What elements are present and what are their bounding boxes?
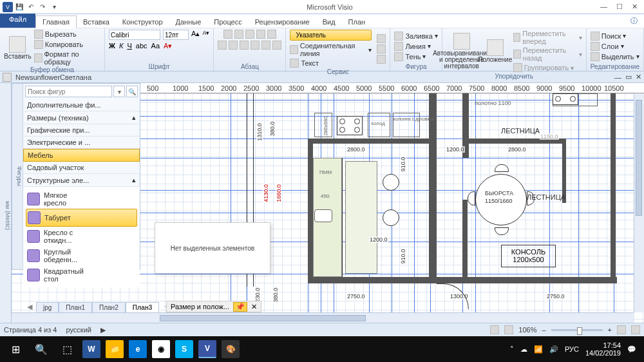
start-button[interactable]: ⊞	[3, 336, 28, 362]
macro-status-icon[interactable]: ▶	[100, 326, 106, 334]
position-button[interactable]: Положение	[480, 39, 511, 63]
tab-review[interactable]: Рецензирование	[249, 16, 316, 28]
horizontal-scrollbar[interactable]	[12, 312, 634, 323]
font-color-button[interactable]: A▾	[164, 42, 172, 50]
search-icon[interactable]: 🔍	[126, 86, 138, 97]
maximize-button[interactable]: ☐	[616, 3, 623, 11]
close-button[interactable]: ✕	[632, 3, 638, 11]
window-min-icon[interactable]: —	[614, 73, 621, 81]
prev-page-icon[interactable]: ◀	[23, 301, 36, 312]
indent-inc-icon[interactable]	[272, 41, 281, 50]
taskbar-chrome-icon[interactable]: ◉	[152, 340, 170, 358]
align-middle-icon[interactable]	[234, 30, 243, 39]
shape-category[interactable]: Графические при...	[23, 124, 140, 137]
shape-item[interactable]: Кресло соткидн...	[26, 227, 137, 246]
text-case-button[interactable]: Aa	[151, 42, 160, 50]
taskbar-word-icon[interactable]: W	[82, 340, 100, 358]
rect-tool-icon[interactable]	[377, 34, 386, 43]
shadow-button[interactable]: Тень ▾	[394, 52, 437, 61]
autoalign-button[interactable]: Автовыравнивание и определение интервало…	[446, 33, 477, 70]
taskbar-explorer-icon[interactable]: 📁	[106, 340, 124, 358]
line-tool-icon[interactable]	[377, 55, 386, 64]
copy-button[interactable]: Копировать	[34, 40, 100, 49]
text-tool-button[interactable]: Текст	[290, 59, 372, 68]
bring-forward-button[interactable]: Переместить вперед ▾	[513, 30, 582, 45]
find-button[interactable]: Поиск ▾	[591, 32, 639, 41]
align-center-icon[interactable]	[229, 41, 238, 50]
align-right-icon[interactable]	[240, 41, 249, 50]
shape-item-stool[interactable]: Табурет	[26, 209, 137, 227]
tray-notifications-icon[interactable]: 💬	[627, 345, 636, 354]
tab-design[interactable]: Конструктор	[116, 16, 169, 28]
save-icon[interactable]: 💾	[14, 2, 24, 12]
shrink-font-icon[interactable]: A▾	[202, 30, 209, 40]
shape-category[interactable]: Дополнительные фи...	[23, 99, 140, 111]
shapes-search-input[interactable]	[25, 86, 112, 97]
bold-button[interactable]: Ж	[109, 42, 115, 50]
shape-item[interactable]: Мягкоекресло	[26, 189, 137, 209]
pointer-tool-button[interactable]: Указатель	[290, 30, 372, 41]
shape-category[interactable]: Структурные эле...▴	[23, 174, 140, 187]
doc-icon[interactable]	[3, 73, 12, 82]
undo-icon[interactable]: ↶	[26, 2, 36, 12]
tray-language[interactable]: РУС	[565, 345, 579, 353]
minimize-button[interactable]: —	[600, 3, 607, 11]
shape-category-furniture[interactable]: Мебель	[23, 149, 140, 162]
zoom-level[interactable]: 106%	[518, 326, 536, 334]
view-full-icon[interactable]	[504, 325, 513, 334]
tray-network-icon[interactable]: 📶	[534, 345, 543, 354]
size-position-tab[interactable]: Размер и полож... 📌 ✕	[166, 301, 261, 312]
zoom-slider[interactable]	[551, 329, 603, 331]
pin-icon[interactable]: 📌	[233, 302, 247, 312]
zoom-out-icon[interactable]: –	[542, 326, 545, 334]
tab-home[interactable]: Главная	[35, 15, 77, 28]
align-bottom-icon[interactable]	[245, 30, 254, 39]
shape-category[interactable]: Садовый участок	[23, 162, 140, 174]
window-close-icon[interactable]: ✕	[636, 73, 641, 81]
cut-button[interactable]: Вырезать	[34, 30, 100, 39]
align-top-icon[interactable]	[223, 30, 232, 39]
orientation-icon[interactable]	[256, 30, 265, 39]
italic-button[interactable]: К	[119, 42, 123, 50]
shapes-panel-tab[interactable]: Фигуры	[12, 84, 23, 269]
search-dropdown-icon[interactable]: ▾	[113, 86, 125, 97]
tray-volume-icon[interactable]: 🔊	[549, 345, 558, 354]
tab-plan[interactable]: План	[342, 16, 372, 28]
line-button[interactable]: Линия ▾	[394, 42, 437, 51]
page-tab[interactable]: План2	[92, 302, 126, 312]
fullscreen-icon[interactable]	[631, 325, 640, 334]
bullets-icon[interactable]	[251, 41, 260, 50]
strikethrough-button[interactable]: abc	[136, 42, 147, 50]
tab-process[interactable]: Процесс	[207, 16, 248, 28]
view-normal-icon[interactable]	[490, 325, 499, 334]
fill-button[interactable]: Заливка ▾	[394, 32, 437, 41]
taskbar-skype-icon[interactable]: S	[175, 340, 193, 358]
fit-page-icon[interactable]	[617, 325, 626, 334]
send-backward-button[interactable]: Переместить назад ▾	[513, 46, 582, 62]
font-name-select[interactable]	[109, 30, 160, 40]
shape-item[interactable]: Квадратныйстол	[26, 265, 137, 285]
text-direction-icon[interactable]	[267, 30, 276, 39]
page-tab[interactable]: План1	[59, 302, 92, 312]
select-button[interactable]: Выделить ▾	[591, 52, 639, 61]
shape-category[interactable]: Электрические и ...	[23, 137, 140, 149]
grow-font-icon[interactable]: A▴	[191, 30, 200, 40]
page-tab-active[interactable]: План3	[126, 302, 160, 312]
tray-clock[interactable]: 17:5414/02/2019	[585, 341, 621, 357]
help-icon[interactable]: ⓘ	[624, 14, 644, 28]
file-tab[interactable]: Файл	[0, 14, 35, 28]
task-view-button[interactable]: ⬚	[54, 336, 80, 362]
shape-item[interactable]: Круглыйобеденн...	[26, 246, 137, 265]
align-left-icon[interactable]	[218, 41, 227, 50]
close-panel-icon[interactable]: ✕	[251, 303, 257, 311]
taskbar-paint-icon[interactable]: 🎨	[222, 340, 240, 358]
taskbar-edge-icon[interactable]: e	[129, 340, 147, 358]
tab-data[interactable]: Данные	[169, 16, 208, 28]
group-button[interactable]: Группировать ▾	[513, 63, 582, 72]
font-size-select[interactable]	[163, 30, 189, 40]
tab-view[interactable]: Вид	[316, 16, 342, 28]
taskbar-visio-icon[interactable]: V	[198, 340, 216, 358]
tab-insert[interactable]: Вставка	[77, 16, 116, 28]
qat-dropdown-icon[interactable]: ▾	[49, 2, 59, 12]
page-tab[interactable]: jpg	[36, 302, 59, 312]
